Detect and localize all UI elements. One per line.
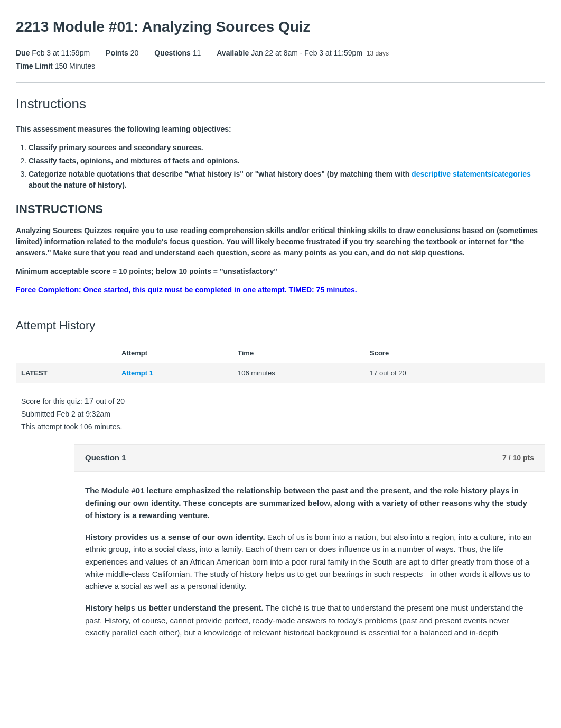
meta-available: Available Jan 22 at 8am - Feb 3 at 11:59…: [217, 48, 389, 59]
meta-available-value: Jan 22 at 8am - Feb 3 at 11:59pm: [251, 49, 362, 57]
question-p3-lead: History helps us better understand the p…: [85, 603, 264, 612]
instructions-para-1b: Make sure that you read and understand e…: [51, 248, 465, 257]
objectives-intro: This assessment measures the following l…: [16, 124, 545, 135]
descriptive-statements-link[interactable]: descriptive statements/categories: [412, 170, 531, 178]
col-attempt: Attempt: [116, 344, 232, 363]
meta-points-label: Points: [106, 49, 128, 57]
objective-item-1: Classify primary sources and secondary s…: [29, 142, 545, 153]
objective-item-2: Classify facts, opinions, and mixtures o…: [29, 155, 545, 167]
instructions-para-3: Force Completion: Once started, this qui…: [16, 284, 545, 296]
attempt-history-table: Attempt Time Score LATEST Attempt 1 106 …: [16, 344, 545, 383]
question-p3: History helps us better understand the p…: [85, 602, 534, 639]
meta-points-value: 20: [130, 49, 139, 57]
attempt-1-link[interactable]: Attempt 1: [121, 369, 153, 377]
meta-due-label: Due: [16, 49, 30, 57]
instructions-sub-heading: INSTRUCTIONS: [16, 200, 545, 218]
meta-timelimit: Time Limit 150 Minutes: [16, 61, 95, 72]
question-points: 7 / 10 pts: [502, 453, 534, 464]
row-latest-tag: LATEST: [16, 363, 116, 384]
question-body: The Module #01 lecture emphasized the re…: [74, 472, 545, 661]
quiz-meta-row-1: Due Feb 3 at 11:59pm Points 20 Questions…: [16, 48, 545, 59]
question-header: Question 1 7 / 10 pts: [74, 445, 545, 472]
objective-3-paren-b: about the nature of history).: [29, 181, 127, 189]
instructions-body: This assessment measures the following l…: [16, 124, 545, 296]
objective-1-text: Classify primary sources and secondary s…: [29, 143, 203, 152]
summary-line-1: Score for this quiz: 17 out of 20: [21, 394, 545, 408]
score-summary: Score for this quiz: 17 out of 20 Submit…: [21, 394, 545, 434]
meta-available-label: Available: [217, 49, 249, 57]
question-p1: The Module #01 lecture emphasized the re…: [85, 484, 534, 521]
col-time: Time: [232, 344, 364, 363]
summary-line-1c: out of 20: [94, 397, 125, 406]
row-time: 106 minutes: [232, 363, 364, 384]
page-title: 2213 Module #01: Analyzing Sources Quiz: [16, 16, 545, 38]
table-header-row: Attempt Time Score: [16, 344, 545, 363]
meta-questions-value: 11: [193, 49, 201, 57]
col-blank: [16, 344, 116, 363]
instructions-heading: Instructions: [16, 94, 545, 114]
meta-due: Due Feb 3 at 11:59pm: [16, 48, 90, 59]
objective-2-text: Classify facts, opinions, and mixtures o…: [29, 156, 240, 165]
question-block-1: Question 1 7 / 10 pts The Module #01 lec…: [74, 444, 545, 661]
objective-3-paren-a: (by matching them with: [327, 170, 412, 178]
row-score: 17 out of 20: [364, 363, 545, 384]
question-p2: History provides us a sense of our own i…: [85, 531, 534, 592]
quiz-meta-row-2: Time Limit 150 Minutes: [16, 61, 545, 72]
summary-score-value: 17: [85, 397, 94, 406]
meta-points: Points 20: [106, 48, 138, 59]
question-p2-lead: History provides us a sense of our own i…: [85, 532, 265, 541]
objectives-list: Classify primary sources and secondary s…: [29, 142, 545, 191]
table-row: LATEST Attempt 1 106 minutes 17 out of 2…: [16, 363, 545, 384]
summary-line-1a: Score for this quiz:: [21, 397, 85, 406]
meta-due-value: Feb 3 at 11:59pm: [32, 49, 90, 57]
objective-3-lead: Categorize notable quotations that descr…: [29, 170, 327, 178]
summary-line-3: This attempt took 106 minutes.: [21, 421, 545, 434]
meta-questions-label: Questions: [154, 49, 190, 57]
meta-available-extra: 13 days: [367, 50, 389, 57]
divider: [16, 82, 545, 83]
col-score: Score: [364, 344, 545, 363]
meta-timelimit-label: Time Limit: [16, 62, 53, 70]
summary-line-2: Submitted Feb 2 at 9:32am: [21, 408, 545, 421]
meta-questions: Questions 11: [154, 48, 201, 59]
meta-timelimit-value: 150 Minutes: [55, 62, 95, 70]
question-title: Question 1: [85, 452, 126, 464]
instructions-para-1: Analyzing Sources Quizzes require you to…: [16, 225, 545, 259]
objective-item-3: Categorize notable quotations that descr…: [29, 169, 545, 191]
attempt-history-heading: Attempt History: [16, 317, 545, 334]
instructions-para-2: Minimum acceptable score = 10 points; be…: [16, 266, 545, 277]
